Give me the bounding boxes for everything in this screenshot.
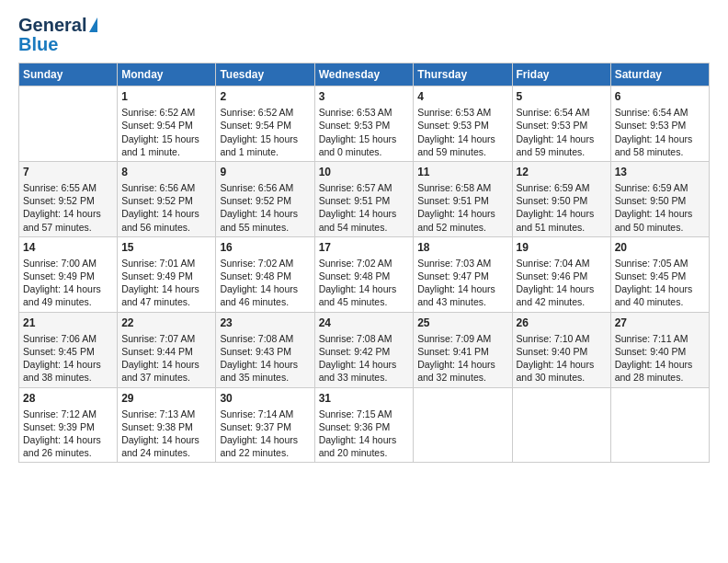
daylight-text: Daylight: 15 hours and 1 minute.	[220, 133, 298, 157]
calendar-table: SundayMondayTuesdayWednesdayThursdayFrid…	[18, 63, 710, 463]
week-row-3: 14Sunrise: 7:00 AMSunset: 9:49 PMDayligh…	[19, 236, 710, 312]
day-number: 4	[417, 89, 507, 104]
day-number: 9	[220, 165, 310, 179]
sunset-text: Sunset: 9:50 PM	[615, 195, 687, 206]
daylight-text: Daylight: 14 hours and 38 minutes.	[23, 359, 101, 383]
daylight-text: Daylight: 14 hours and 33 minutes.	[319, 359, 397, 383]
day-number: 6	[615, 89, 705, 104]
sunset-text: Sunset: 9:46 PM	[517, 270, 588, 282]
calendar-cell: 30Sunrise: 7:14 AMSunset: 9:37 PMDayligh…	[216, 387, 314, 463]
sunrise-text: Sunrise: 6:54 AM	[615, 107, 688, 118]
sunset-text: Sunset: 9:49 PM	[23, 270, 95, 282]
sunset-text: Sunset: 9:53 PM	[417, 120, 489, 131]
sunset-text: Sunset: 9:54 PM	[220, 120, 291, 131]
day-number: 7	[23, 165, 113, 179]
calendar-cell: 14Sunrise: 7:00 AMSunset: 9:49 PMDayligh…	[19, 236, 118, 312]
sunset-text: Sunset: 9:37 PM	[220, 421, 291, 432]
calendar-cell: 27Sunrise: 7:11 AMSunset: 9:40 PMDayligh…	[610, 312, 709, 387]
day-number: 30	[220, 391, 310, 406]
day-number: 10	[319, 165, 410, 179]
day-number: 21	[23, 316, 113, 330]
calendar-cell: 13Sunrise: 6:59 AMSunset: 9:50 PMDayligh…	[610, 161, 709, 236]
daylight-text: Daylight: 14 hours and 42 minutes.	[517, 283, 595, 307]
day-number: 31	[319, 391, 410, 406]
sunset-text: Sunset: 9:36 PM	[319, 421, 391, 432]
sunrise-text: Sunrise: 7:09 AM	[417, 333, 491, 344]
daylight-text: Daylight: 15 hours and 0 minutes.	[319, 133, 397, 157]
day-number: 8	[121, 165, 211, 179]
sunrise-text: Sunrise: 7:01 AM	[121, 258, 195, 269]
sunrise-text: Sunrise: 6:58 AM	[417, 182, 491, 193]
calendar-cell: 16Sunrise: 7:02 AMSunset: 9:48 PMDayligh…	[216, 236, 314, 312]
daylight-text: Daylight: 14 hours and 43 minutes.	[417, 283, 495, 307]
day-number: 27	[615, 316, 705, 330]
calendar-cell: 8Sunrise: 6:56 AMSunset: 9:52 PMDaylight…	[118, 161, 216, 236]
sunset-text: Sunset: 9:47 PM	[417, 270, 489, 282]
sunrise-text: Sunrise: 7:08 AM	[319, 333, 392, 344]
sunset-text: Sunset: 9:48 PM	[220, 270, 291, 282]
sunrise-text: Sunrise: 7:11 AM	[615, 333, 688, 344]
sunrise-text: Sunrise: 6:52 AM	[121, 107, 195, 118]
sunset-text: Sunset: 9:52 PM	[220, 195, 291, 206]
header-row: SundayMondayTuesdayWednesdayThursdayFrid…	[19, 63, 710, 86]
daylight-text: Daylight: 14 hours and 37 minutes.	[121, 359, 199, 383]
sunrise-text: Sunrise: 6:56 AM	[220, 182, 293, 193]
daylight-text: Daylight: 14 hours and 20 minutes.	[319, 434, 397, 458]
sunset-text: Sunset: 9:51 PM	[417, 195, 489, 206]
day-number: 29	[121, 391, 211, 406]
daylight-text: Daylight: 14 hours and 40 minutes.	[615, 283, 693, 307]
header-monday: Monday	[118, 63, 216, 86]
sunset-text: Sunset: 9:40 PM	[615, 346, 687, 357]
calendar-cell: 18Sunrise: 7:03 AMSunset: 9:47 PMDayligh…	[414, 236, 512, 312]
calendar-cell: 28Sunrise: 7:12 AMSunset: 9:39 PMDayligh…	[19, 387, 118, 463]
daylight-text: Daylight: 14 hours and 57 minutes.	[23, 208, 101, 232]
header-friday: Friday	[512, 63, 610, 86]
day-number: 24	[319, 316, 410, 330]
day-number: 19	[517, 240, 607, 255]
calendar-cell	[512, 387, 610, 463]
daylight-text: Daylight: 14 hours and 35 minutes.	[220, 359, 298, 383]
daylight-text: Daylight: 14 hours and 30 minutes.	[517, 359, 595, 383]
calendar-cell: 10Sunrise: 6:57 AMSunset: 9:51 PMDayligh…	[314, 161, 414, 236]
header-thursday: Thursday	[414, 63, 512, 86]
sunset-text: Sunset: 9:45 PM	[615, 270, 687, 282]
logo-blue: Blue	[18, 34, 58, 55]
sunset-text: Sunset: 9:52 PM	[23, 195, 95, 206]
calendar-cell: 7Sunrise: 6:55 AMSunset: 9:52 PMDaylight…	[19, 161, 118, 236]
daylight-text: Daylight: 14 hours and 54 minutes.	[319, 208, 397, 232]
sunset-text: Sunset: 9:43 PM	[220, 346, 291, 357]
day-number: 28	[23, 391, 113, 406]
week-row-4: 21Sunrise: 7:06 AMSunset: 9:45 PMDayligh…	[19, 312, 710, 387]
sunrise-text: Sunrise: 7:00 AM	[23, 258, 97, 269]
calendar-cell: 4Sunrise: 6:53 AMSunset: 9:53 PMDaylight…	[414, 86, 512, 162]
calendar-cell: 19Sunrise: 7:04 AMSunset: 9:46 PMDayligh…	[512, 236, 610, 312]
calendar-cell: 5Sunrise: 6:54 AMSunset: 9:53 PMDaylight…	[512, 86, 610, 162]
sunset-text: Sunset: 9:45 PM	[23, 346, 95, 357]
day-number: 23	[220, 316, 310, 330]
daylight-text: Daylight: 14 hours and 59 minutes.	[417, 133, 495, 157]
sunset-text: Sunset: 9:53 PM	[615, 120, 687, 131]
daylight-text: Daylight: 14 hours and 55 minutes.	[220, 208, 298, 232]
sunset-text: Sunset: 9:51 PM	[319, 195, 391, 206]
daylight-text: Daylight: 14 hours and 56 minutes.	[121, 208, 199, 232]
daylight-text: Daylight: 14 hours and 49 minutes.	[23, 283, 101, 307]
day-number: 2	[220, 89, 310, 104]
sunset-text: Sunset: 9:50 PM	[517, 195, 588, 206]
calendar-cell	[610, 387, 709, 463]
sunrise-text: Sunrise: 7:13 AM	[121, 408, 195, 419]
sunrise-text: Sunrise: 6:56 AM	[121, 182, 195, 193]
calendar-cell: 24Sunrise: 7:08 AMSunset: 9:42 PMDayligh…	[314, 312, 414, 387]
sunrise-text: Sunrise: 6:55 AM	[23, 182, 97, 193]
sunrise-text: Sunrise: 6:52 AM	[220, 107, 293, 118]
sunrise-text: Sunrise: 7:04 AM	[517, 258, 590, 269]
day-number: 1	[121, 89, 211, 104]
calendar-cell: 2Sunrise: 6:52 AMSunset: 9:54 PMDaylight…	[216, 86, 314, 162]
sunset-text: Sunset: 9:39 PM	[23, 421, 95, 432]
day-number: 16	[220, 240, 310, 255]
calendar-cell: 12Sunrise: 6:59 AMSunset: 9:50 PMDayligh…	[512, 161, 610, 236]
day-number: 25	[417, 316, 507, 330]
day-number: 26	[517, 316, 607, 330]
sunrise-text: Sunrise: 7:14 AM	[220, 408, 293, 419]
day-number: 11	[417, 165, 507, 179]
sunset-text: Sunset: 9:40 PM	[517, 346, 588, 357]
